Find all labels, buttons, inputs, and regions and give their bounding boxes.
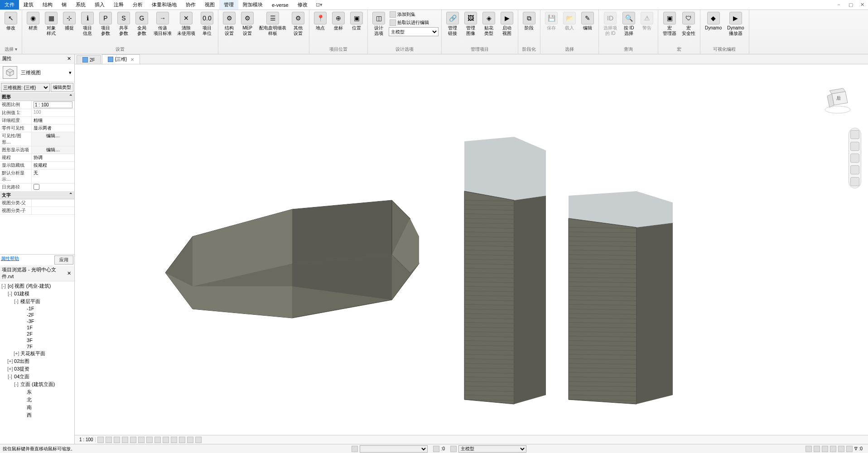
tree-node[interactable]: [-] 楼层平面 bbox=[1, 298, 73, 305]
tree-node[interactable]: [-] 04立面 bbox=[1, 373, 73, 381]
phases-button[interactable]: ⧉阶段 bbox=[521, 11, 537, 32]
prop-row[interactable]: 日光路径 bbox=[0, 183, 74, 192]
menu-manage[interactable]: 管理 bbox=[219, 0, 238, 10]
properties-close[interactable]: ✕ bbox=[66, 56, 72, 62]
design-option-select[interactable]: 主模型 bbox=[458, 445, 526, 453]
select-pinned-icon[interactable] bbox=[822, 446, 828, 452]
view-tab[interactable]: {三维}✕ bbox=[102, 54, 140, 64]
sun-path-icon[interactable] bbox=[114, 437, 120, 443]
tree-node[interactable]: 3F bbox=[1, 337, 73, 343]
dynamo-player-button[interactable]: ▶Dynamo 播放器 bbox=[725, 11, 746, 37]
manage-images-button[interactable]: 🖼管理 图像 bbox=[463, 11, 479, 37]
prop-row[interactable]: 比例值 1:100 bbox=[0, 109, 74, 117]
menu-annotate[interactable]: 注释 bbox=[109, 0, 128, 10]
edit-type-button[interactable]: 编辑类型 bbox=[51, 83, 73, 92]
prop-row[interactable]: 视图比例 bbox=[0, 101, 74, 109]
nav-wheel[interactable] bbox=[850, 130, 859, 139]
shared-params-button[interactable]: S共享 参数 bbox=[116, 11, 132, 37]
view-scale[interactable]: 1 : 100 bbox=[77, 437, 96, 442]
panel-schedule-button[interactable]: ☰配电盘明细表 样板 bbox=[257, 11, 288, 37]
worksets-icon[interactable] bbox=[352, 446, 358, 452]
nav-pan[interactable] bbox=[850, 142, 859, 151]
prop-row[interactable]: 可见性/图形…编辑… bbox=[0, 132, 74, 146]
tree-node[interactable]: -3F bbox=[1, 318, 73, 324]
editable-only-icon[interactable] bbox=[433, 446, 439, 452]
ribbon-expand-icon[interactable]: ⊡▾ bbox=[312, 2, 326, 8]
materials-button[interactable]: ◉材质 bbox=[25, 11, 41, 32]
tree-node[interactable]: [+] 天花板平面 bbox=[1, 350, 73, 357]
menu-struct[interactable]: 结构 bbox=[38, 0, 57, 10]
project-browser-tree[interactable]: [-] [o] 视图 (鸿业-建筑)[-] 01建模[-] 楼层平面 -1F -… bbox=[0, 281, 74, 444]
modify-button[interactable]: ↖修改 bbox=[3, 11, 19, 32]
menu-analyze[interactable]: 分析 bbox=[128, 0, 147, 10]
window-minimize[interactable]: － bbox=[833, 1, 845, 8]
tree-node[interactable]: -1F bbox=[1, 305, 73, 312]
macro-manager-button[interactable]: ▣宏 管理器 bbox=[661, 11, 678, 37]
prop-category[interactable]: 文字⌃ bbox=[0, 192, 74, 199]
purge-button[interactable]: ✕清除 未使用项 bbox=[175, 11, 197, 37]
workset-select[interactable] bbox=[360, 445, 428, 453]
menu-view[interactable]: 视图 bbox=[200, 0, 219, 10]
position-button[interactable]: ▣位置 bbox=[348, 11, 365, 32]
crop-view-icon[interactable] bbox=[138, 437, 145, 443]
nav-look[interactable] bbox=[850, 177, 859, 186]
decal-types-button[interactable]: ◈贴花 类型 bbox=[481, 11, 497, 37]
canvas-3d[interactable]: 后 bbox=[75, 64, 868, 435]
macro-security-button[interactable]: 🛡宏 安全性 bbox=[680, 11, 697, 37]
prop-row[interactable]: 视图分类-子 bbox=[0, 207, 74, 215]
window-restore[interactable]: ▢ bbox=[845, 2, 857, 8]
transfer-standards-button[interactable]: →传递 项目标准 bbox=[152, 11, 174, 37]
tree-node[interactable]: [+] 02出图 bbox=[1, 357, 73, 365]
prop-row[interactable]: 零件可见性显示两者 bbox=[0, 125, 74, 132]
select-links-icon[interactable] bbox=[805, 446, 812, 452]
project-info-button[interactable]: ℹ项目 信息 bbox=[79, 11, 96, 37]
prop-row[interactable]: 图形显示选项编辑… bbox=[0, 146, 74, 154]
highlight-icon[interactable] bbox=[195, 437, 202, 443]
properties-preview[interactable]: 三维视图 ▾ bbox=[0, 63, 74, 82]
select-face-icon[interactable] bbox=[830, 446, 836, 452]
tree-node[interactable]: 北 bbox=[1, 396, 73, 404]
crop-region-icon[interactable] bbox=[146, 437, 153, 443]
select-by-id-button[interactable]: 🔍按 ID 选择 bbox=[621, 11, 637, 37]
prop-row[interactable]: 规程协调 bbox=[0, 154, 74, 162]
reveal-hidden-icon[interactable] bbox=[171, 437, 177, 443]
tree-node[interactable]: 东 bbox=[1, 388, 73, 396]
coordinates-button[interactable]: ⊕坐标 bbox=[330, 11, 347, 32]
properties-help-link[interactable]: 属性帮助 bbox=[1, 255, 19, 265]
detail-level-icon[interactable] bbox=[97, 437, 104, 443]
temp-hide-icon[interactable] bbox=[163, 437, 169, 443]
menu-modify[interactable]: 修改 bbox=[293, 0, 312, 10]
shadows-icon[interactable] bbox=[122, 437, 128, 443]
properties-grid[interactable]: 图形⌃视图比例比例值 1:100详细程度精细零件可见性显示两者可见性/图形…编辑… bbox=[0, 93, 74, 254]
mep-settings-button[interactable]: ⚙MEP 设置 bbox=[239, 11, 256, 37]
tab-close-icon[interactable]: ✕ bbox=[130, 57, 134, 62]
background-icon[interactable] bbox=[846, 446, 853, 452]
viewcube[interactable]: 后 bbox=[823, 85, 854, 116]
prop-category[interactable]: 图形⌃ bbox=[0, 93, 74, 101]
startup-view-button[interactable]: ▶启动 视图 bbox=[499, 11, 515, 37]
nav-orbit[interactable] bbox=[850, 165, 859, 174]
menu-massing[interactable]: 体量和场地 bbox=[147, 0, 181, 10]
tree-node[interactable]: 南 bbox=[1, 404, 73, 411]
worksharing-icon[interactable] bbox=[179, 437, 185, 443]
tree-node[interactable]: [+] 03提资 bbox=[1, 365, 73, 373]
menu-addins[interactable]: 附加模块 bbox=[238, 0, 267, 10]
browser-close[interactable]: ✕ bbox=[66, 270, 72, 276]
view-tab[interactable]: 2F bbox=[77, 55, 101, 64]
render-icon[interactable] bbox=[130, 437, 136, 443]
apply-button[interactable]: 应用 bbox=[54, 255, 73, 265]
tree-node[interactable]: [-] [o] 视图 (鸿业-建筑) bbox=[1, 282, 73, 290]
prop-row[interactable]: 详细程度精细 bbox=[0, 117, 74, 125]
project-params-button[interactable]: P项目 参数 bbox=[97, 11, 114, 37]
design-option-icon[interactable] bbox=[450, 446, 457, 452]
drag-elements-icon[interactable] bbox=[838, 446, 844, 452]
menu-system[interactable]: 系统 bbox=[71, 0, 90, 10]
global-params-button[interactable]: G全局 参数 bbox=[134, 11, 150, 37]
design-options-button[interactable]: ◫设计 选项 bbox=[371, 11, 387, 37]
lock-3d-icon[interactable] bbox=[154, 437, 161, 443]
prop-row[interactable]: 视图分类-父 bbox=[0, 199, 74, 207]
menu-steel[interactable]: 钢 bbox=[57, 0, 71, 10]
tree-node[interactable]: 西 bbox=[1, 411, 73, 419]
main-model-select[interactable]: 主模型 bbox=[389, 27, 439, 36]
type-selector[interactable]: 三维视图: {三维} bbox=[1, 83, 50, 92]
